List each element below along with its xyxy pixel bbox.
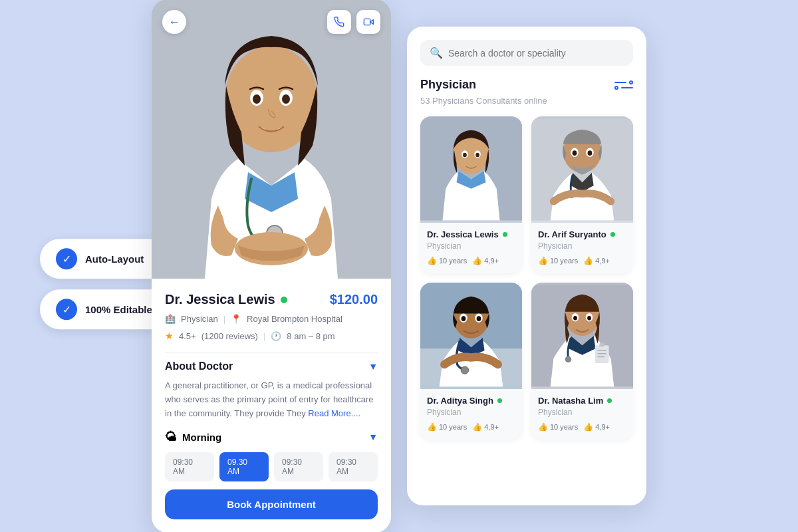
meta-divider-1: | <box>223 314 225 324</box>
rating-value-1: 4,9+ <box>484 257 499 265</box>
filter-button[interactable] <box>614 80 633 90</box>
doctor-meta: 🏥 Physician | 📍 Royal Brompton Hospital <box>165 314 378 324</box>
doc-specialty-4: Physician <box>538 408 626 417</box>
doc-online-1 <box>503 232 507 237</box>
exp-icon-1: 👍 <box>427 256 437 265</box>
phone-icon <box>334 17 344 27</box>
svg-rect-34 <box>599 343 604 347</box>
about-text: A general practitioner, or GP, is a medi… <box>165 379 378 420</box>
doctor-name-row: Dr. Jessica Lewis <box>165 292 287 307</box>
rating-stat-4: 👍 4,9+ <box>583 422 610 432</box>
search-input[interactable] <box>448 48 624 59</box>
badge-label-1: Auto-Layout <box>85 253 144 265</box>
svg-point-42 <box>587 316 591 321</box>
rating-icon-3: 👍 <box>472 422 482 432</box>
doctor-card-natasha[interactable]: Dr. Natasha Lim Physician 👍 10 years 👍 4… <box>531 283 633 440</box>
specialty-icon: 🏥 <box>165 314 176 324</box>
doc-name-row-4: Dr. Natasha Lim <box>538 396 626 406</box>
svg-point-26 <box>461 366 468 374</box>
rating-stat-1: 👍 4,9+ <box>472 256 499 265</box>
filter-circle-1 <box>629 80 633 84</box>
doc-name-2: Dr. Arif Suryanto <box>538 229 606 239</box>
time-slot-4[interactable]: 09:30 AM <box>329 452 378 481</box>
doctor-card-image-2 <box>531 116 633 223</box>
doc-name-1: Dr. Jessica Lewis <box>427 229 499 239</box>
doctor-photo <box>152 0 391 279</box>
divider <box>165 352 378 352</box>
svg-point-31 <box>477 316 481 321</box>
exp-value-4: 10 years <box>550 423 578 431</box>
review-count: (1200 reviews) <box>201 331 258 341</box>
doc-name-3: Dr. Aditya Singh <box>427 396 493 406</box>
doc-name-4: Dr. Natasha Lim <box>538 396 603 406</box>
exp-icon-4: 👍 <box>538 422 548 432</box>
doc-online-4 <box>607 398 612 403</box>
card-body: Dr. Jessica Lewis $120.00 🏥 Physician | … <box>152 279 391 532</box>
rating-icon-1: 👍 <box>472 256 482 265</box>
exp-value-1: 10 years <box>439 257 467 265</box>
doc-name-row-2: Dr. Arif Suryanto <box>538 229 626 239</box>
doc-name-row-3: Dr. Aditya Singh <box>427 396 515 406</box>
doctor-card-image-4 <box>531 283 633 389</box>
about-title: About Doctor <box>165 360 233 372</box>
exp-value-2: 10 years <box>550 257 578 265</box>
svg-rect-9 <box>364 19 370 25</box>
sun-icon: 🌤 <box>165 430 177 444</box>
svg-point-15 <box>463 153 467 158</box>
exp-stat-2: 👍 10 years <box>538 256 578 265</box>
doctor-info-3: Dr. Aditya Singh Physician 👍 10 years 👍 … <box>420 389 522 440</box>
specialty-label: Physician <box>181 314 218 324</box>
exp-stat-1: 👍 10 years <box>427 256 467 265</box>
star-icon: ★ <box>165 331 174 341</box>
filter-line-2 <box>621 87 633 88</box>
read-more-link[interactable]: Read More.... <box>308 408 360 418</box>
exp-value-3: 10 years <box>439 423 467 431</box>
check-icon-1: ✓ <box>56 248 77 269</box>
morning-text: Morning <box>182 432 221 443</box>
online-indicator <box>281 297 287 303</box>
doc-specialty-2: Physician <box>538 241 626 251</box>
doctor-card-jessica[interactable]: Dr. Jessica Lewis Physician 👍 10 years 👍… <box>420 116 522 273</box>
svg-point-6 <box>253 94 261 104</box>
filter-row-1 <box>614 80 633 84</box>
time-slot-2[interactable]: 09.30 AM <box>219 452 269 481</box>
doc-name-row-1: Dr. Jessica Lewis <box>427 229 515 239</box>
rating-value-3: 4,9+ <box>484 423 499 431</box>
doc-stats-2: 👍 10 years 👍 4,9+ <box>538 256 626 265</box>
doc-stats-4: 👍 10 years 👍 4,9+ <box>538 422 626 432</box>
consultation-price: $120.00 <box>330 292 378 307</box>
about-chevron-icon[interactable]: ▼ <box>368 361 378 372</box>
rating-stat-2: 👍 4,9+ <box>583 256 610 265</box>
doctor-info-1: Dr. Jessica Lewis Physician 👍 10 years 👍… <box>420 223 522 273</box>
badge-label-2: 100% Editable <box>85 304 152 315</box>
svg-point-21 <box>573 150 577 156</box>
exp-stat-4: 👍 10 years <box>538 422 578 432</box>
doctor-card-image-3 <box>420 283 522 389</box>
video-icon <box>363 17 374 27</box>
physician-heading: Physician <box>420 78 476 92</box>
exp-icon-3: 👍 <box>427 422 437 432</box>
morning-label: 🌤 Morning <box>165 430 221 444</box>
phone-button[interactable] <box>327 10 351 34</box>
card-image: ← <box>152 0 391 279</box>
doctor-card-arif[interactable]: Dr. Arif Suryanto Physician 👍 10 years 👍… <box>531 116 633 273</box>
exp-stat-3: 👍 10 years <box>427 422 467 432</box>
svg-rect-33 <box>595 345 609 363</box>
morning-chevron-icon[interactable]: ▼ <box>368 432 378 442</box>
video-button[interactable] <box>356 10 380 34</box>
time-slot-1[interactable]: 09:30 AM <box>165 452 214 481</box>
doctor-header: Dr. Jessica Lewis $120.00 <box>165 292 378 307</box>
time-slot-3[interactable]: 09:30 AM <box>274 452 323 481</box>
book-appointment-button[interactable]: Book Appointment <box>165 489 378 519</box>
svg-marker-10 <box>370 20 374 25</box>
doc-specialty-1: Physician <box>427 241 515 251</box>
card-actions <box>327 10 380 34</box>
clock-icon: 🕐 <box>271 331 281 341</box>
main-container: ✓ Auto-Layout ✓ 100% Editable <box>0 0 798 532</box>
physician-section-header: Physician <box>420 78 633 92</box>
search-bar: 🔍 <box>420 40 633 66</box>
doctor-card-aditya[interactable]: Dr. Aditya Singh Physician 👍 10 years 👍 … <box>420 283 522 440</box>
rating-value: 4.5+ <box>179 331 196 341</box>
svg-point-22 <box>588 150 593 156</box>
doctor-stats: ★ 4.5+ (1200 reviews) | 🕐 8 am – 8 pm <box>165 331 378 341</box>
